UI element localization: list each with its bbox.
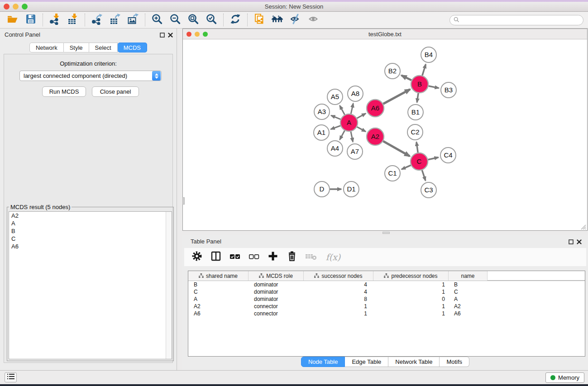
graph-node-B[interactable]: B [411, 76, 428, 93]
graph-edge-A-A5[interactable] [340, 105, 345, 114]
open-session-button[interactable] [4, 13, 22, 27]
export-image-button[interactable] [124, 13, 142, 27]
panel-splitter-handle[interactable] [182, 197, 185, 205]
import-table-button[interactable] [64, 13, 82, 27]
run-mcds-button[interactable]: Run MCDS [42, 86, 86, 97]
graph-edge-C-C3[interactable] [422, 170, 425, 181]
save-session-button[interactable] [22, 13, 40, 27]
tab-style[interactable]: Style [64, 43, 89, 52]
graph-node-A8[interactable]: A8 [348, 86, 363, 101]
result-scrollbar[interactable] [166, 212, 172, 359]
task-history-button[interactable] [5, 372, 17, 382]
tab-select[interactable]: Select [89, 43, 118, 52]
graph-edge-B-B4[interactable] [422, 64, 426, 76]
zoom-fit-button[interactable] [184, 13, 202, 27]
graph-node-A7[interactable]: A7 [347, 144, 363, 159]
tab-network[interactable]: Network [29, 43, 64, 52]
result-item[interactable]: B [9, 227, 172, 235]
delete-table-button[interactable] [305, 251, 317, 263]
table-row[interactable]: Bdominator41B [188, 281, 585, 288]
table-row[interactable]: Adominator80A [188, 295, 585, 303]
column-header-successor-nodes[interactable]: successor nodes [304, 271, 373, 281]
graph-edge-A-A4[interactable] [340, 131, 345, 140]
close-panel-icon[interactable] [577, 238, 582, 246]
table-row[interactable]: A2connector11A2 [188, 303, 585, 310]
apply-layout-button[interactable] [226, 13, 244, 27]
zoom-out-button[interactable] [166, 13, 184, 27]
graph-edge-A-A3[interactable] [331, 115, 340, 119]
table-row[interactable]: A6connector11A6 [188, 310, 585, 317]
column-header-mcds-role[interactable]: MCDS role [249, 271, 304, 281]
close-panel-button[interactable]: Close panel [92, 86, 139, 97]
graph-node-A3[interactable]: A3 [314, 104, 330, 119]
close-panel-icon[interactable] [168, 31, 173, 39]
graph-node-A1[interactable]: A1 [314, 125, 329, 140]
memory-button[interactable]: Memory [545, 372, 584, 383]
graph-edge-B-B2[interactable] [402, 76, 411, 81]
column-header-predecessor-nodes[interactable]: predecessor nodes [373, 271, 449, 281]
graph-node-D1[interactable]: D1 [344, 181, 359, 197]
graph-node-C[interactable]: C [411, 153, 428, 170]
import-network-button[interactable] [46, 13, 64, 27]
criterion-dropdown[interactable]: largest connected component (directed) [19, 71, 162, 81]
graph-node-B3[interactable]: B3 [441, 82, 456, 98]
graph-node-A4[interactable]: A4 [327, 141, 343, 156]
result-item[interactable]: A2 [9, 212, 172, 219]
column-header-shared-name[interactable]: shared name [188, 271, 249, 281]
graph-node-A[interactable]: A [340, 114, 358, 131]
graph-node-C4[interactable]: C4 [440, 148, 456, 163]
column-header-name[interactable]: name [449, 271, 488, 281]
network-canvas[interactable]: B4B2BB3A5A8A6A3AB1A1A2C2A4A7C4CC1DD1C3 [183, 39, 587, 230]
tab-node-table[interactable]: Node Table [301, 357, 345, 367]
search-input[interactable] [462, 17, 579, 24]
horizontal-splitter-handle[interactable] [382, 232, 390, 234]
graph-edge-A-A8[interactable] [351, 103, 353, 114]
graph-node-A2[interactable]: A2 [367, 128, 384, 145]
column-visibility-button[interactable] [210, 251, 222, 263]
graph-edge-B-B3[interactable] [429, 86, 439, 88]
delete-column-button[interactable] [286, 251, 298, 263]
graph-edge-A6-B[interactable] [383, 89, 410, 104]
graph-node-B2[interactable]: B2 [385, 63, 400, 79]
graph-edge-A-A6[interactable] [357, 114, 366, 119]
graph-edge-A-A7[interactable] [351, 132, 353, 142]
resize-grip[interactable] [580, 224, 586, 229]
graph-node-D[interactable]: D [314, 181, 330, 197]
result-item[interactable]: C [9, 235, 172, 243]
graph-node-C1[interactable]: C1 [385, 166, 400, 181]
select-all-button[interactable] [229, 251, 241, 263]
graph-edge-A-A2[interactable] [357, 127, 366, 131]
duplicate-network-button[interactable] [250, 13, 268, 27]
hide-selected-button[interactable] [287, 13, 305, 27]
tab-edge-table[interactable]: Edge Table [345, 357, 388, 367]
graph-edge-C-C2[interactable] [416, 142, 418, 152]
graph-node-B1[interactable]: B1 [408, 105, 423, 120]
search-field[interactable] [449, 15, 583, 25]
graph-node-C3[interactable]: C3 [421, 182, 436, 198]
graph-node-C2[interactable]: C2 [407, 124, 423, 140]
graph-node-B4[interactable]: B4 [421, 47, 436, 62]
table-settings-button[interactable] [191, 251, 203, 263]
show-all-button[interactable] [305, 13, 323, 27]
float-panel-icon[interactable] [569, 238, 574, 246]
graph-edge-B-B1[interactable] [417, 93, 418, 102]
network-window-titlebar[interactable]: testGlobe.txt [183, 29, 587, 39]
result-item[interactable]: A [9, 219, 172, 227]
export-table-button[interactable] [106, 13, 124, 27]
graph-edge-A-A1[interactable] [331, 126, 340, 129]
graph-edge-C-C1[interactable] [402, 165, 411, 169]
function-builder-button[interactable]: f(x) [324, 251, 343, 263]
tab-mcds[interactable]: MCDS [118, 43, 147, 52]
table-row[interactable]: Cdominator41C [188, 288, 585, 295]
graph-edge-C-C4[interactable] [428, 157, 439, 160]
graph-node-A6[interactable]: A6 [367, 100, 384, 117]
float-panel-icon[interactable] [160, 31, 165, 39]
zoom-selected-button[interactable] [202, 13, 220, 27]
tab-motifs[interactable]: Motifs [440, 357, 469, 367]
result-item[interactable]: A6 [9, 243, 172, 250]
add-column-button[interactable] [267, 251, 279, 263]
deselect-all-button[interactable] [248, 251, 260, 263]
graph-node-A5[interactable]: A5 [327, 89, 343, 105]
zoom-in-button[interactable] [148, 13, 166, 27]
export-network-button[interactable] [88, 13, 106, 27]
